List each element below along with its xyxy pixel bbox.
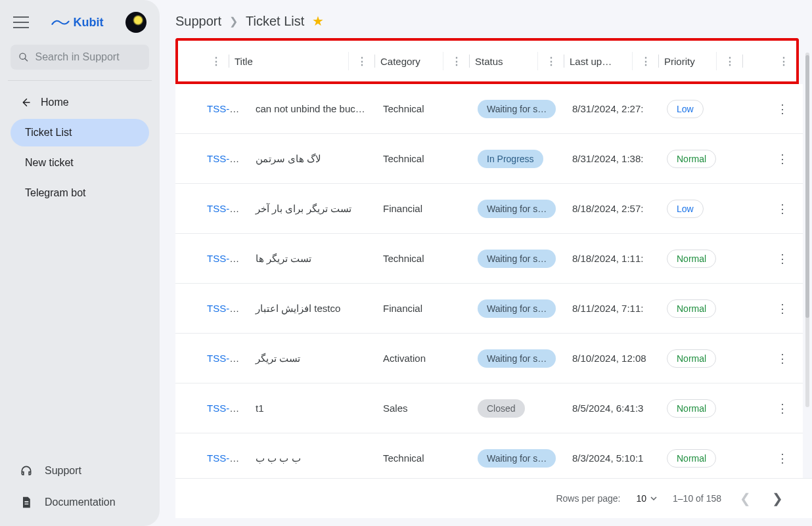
column-menu-icon[interactable]: ⋮ [776,55,791,68]
wave-icon [51,16,70,28]
nav-label: New ticket [25,157,74,169]
table-row[interactable]: TSS-941تست تریگرActivationWaiting for s…… [175,334,803,384]
status-badge: Waiting for s… [478,250,556,268]
ticket-id[interactable]: TSS-939 [207,403,246,414]
rows-per-page-label: Rows per page: [556,493,620,504]
row-menu-icon[interactable]: ⋮ [777,252,788,265]
ticket-id[interactable]: TSS-940 [207,452,246,464]
column-menu-icon[interactable]: ⋮ [449,55,464,68]
column-menu-icon[interactable]: ⋮ [722,55,737,68]
ticket-updated: 8/18/2024, 2:57: [566,203,660,214]
table-row[interactable]: TSS-945تست تریگر برای بار آخرFinancialWa… [175,184,803,234]
ticket-updated: 8/11/2024, 7:11: [566,303,660,314]
col-actions[interactable]: ⋮ ⋮ [717,52,796,70]
next-page-button[interactable]: ❯ [769,488,786,509]
sidebar-item-telegram-bot[interactable]: Telegram bot [11,179,149,207]
chevron-right-icon: ❯ [229,15,238,28]
document-icon [20,496,33,509]
col-label: Last up… [570,56,612,67]
row-menu-icon[interactable]: ⋮ [777,452,788,465]
row-menu-icon[interactable]: ⋮ [777,202,788,215]
menu-toggle-button[interactable] [13,16,29,28]
priority-badge: Normal [667,349,716,368]
row-menu-icon[interactable]: ⋮ [777,302,788,315]
ticket-updated: 8/18/2024, 1:11: [566,253,660,264]
footer-item-documentation[interactable]: Documentation [8,487,152,518]
ticket-id[interactable]: TSS-942 [207,303,246,314]
col-updated[interactable]: ⋮ Last up… [538,52,633,70]
search-icon [18,51,29,63]
ticket-category: Financial [376,203,471,214]
table-header-highlight: ⋮ Title ⋮ Category ⋮ Status ⋮ Last up… ⋮… [175,38,799,84]
priority-badge: Normal [667,399,716,418]
ticket-category: Activation [376,353,471,364]
avatar[interactable] [125,12,147,33]
sidebar-item-ticket-list[interactable]: Ticket List [11,119,149,146]
status-badge: Waiting for s… [478,200,556,218]
col-priority[interactable]: ⋮ Priority [633,52,717,70]
sidebar-item-home[interactable]: Home [11,89,149,116]
row-menu-icon[interactable]: ⋮ [777,402,788,415]
table-row[interactable]: TSS-946can not unbind the bucke…Technica… [175,84,803,134]
breadcrumb-page: Ticket List [246,14,304,29]
rows-per-page-select[interactable]: 10 [636,493,657,504]
ticket-title: افزایش اعتبار testco [249,303,376,315]
svg-line-1 [25,58,28,61]
priority-badge: Low [667,200,704,218]
row-menu-icon[interactable]: ⋮ [777,152,788,165]
sidebar-item-new-ticket[interactable]: New ticket [11,149,149,177]
col-label: Category [380,56,420,67]
page-size-value: 10 [636,493,646,504]
ticket-id[interactable]: TSS-945 [207,203,246,214]
priority-badge: Normal [667,449,716,468]
search-box[interactable] [11,45,149,70]
main-content: Support ❯ Ticket List ★ ⋮ Title ⋮ Catego… [160,0,812,526]
table-row[interactable]: TSS-944لاگ های سرتمنTechnicalIn Progress… [175,134,803,184]
col-label: Status [475,56,503,67]
ticket-id[interactable]: TSS-941 [207,353,246,364]
status-badge: Waiting for s… [478,449,556,468]
table-body: TSS-946can not unbind the bucke…Technica… [175,84,803,483]
column-menu-icon[interactable]: ⋮ [638,55,653,68]
col-status[interactable]: ⋮ Status [443,52,538,70]
breadcrumb-root[interactable]: Support [175,14,221,29]
nav-label: Home [41,97,69,108]
ticket-updated: 8/31/2024, 1:38: [566,153,660,164]
nav-label: Ticket List [25,127,72,139]
ticket-id[interactable]: TSS-946 [207,103,246,114]
star-icon[interactable]: ★ [312,13,324,29]
search-input[interactable] [35,51,141,63]
ticket-title: t1 [249,403,376,414]
vertical-scrollbar[interactable] [805,53,809,407]
col-title[interactable]: ⋮ Title [203,52,349,70]
pagination: Rows per page: 10 1–10 of 158 ❮ ❯ [175,478,812,518]
table-row[interactable]: TSS-943تست تریگر هاTechnicalWaiting for … [175,234,803,284]
table-row[interactable]: TSS-939t1SalesClosed8/5/2024, 6:41:3Norm… [175,384,803,433]
nav-label: Telegram bot [25,187,86,199]
column-menu-icon[interactable]: ⋮ [354,55,369,68]
footer-item-support[interactable]: Support [8,455,152,487]
pagination-range: 1–10 of 158 [673,493,721,504]
ticket-category: Technical [376,253,471,264]
ticket-title: لاگ های سرتمن [249,153,376,165]
ticket-title: تست تریگر [249,353,376,364]
table-row[interactable]: TSS-940ب ب ب بTechnicalWaiting for s…8/3… [175,433,803,483]
row-menu-icon[interactable]: ⋮ [777,102,788,116]
column-menu-icon[interactable]: ⋮ [543,55,558,68]
ticket-title: ب ب ب ب [249,452,376,464]
priority-badge: Normal [667,250,716,268]
row-menu-icon[interactable]: ⋮ [777,352,788,365]
priority-badge: Normal [667,299,716,318]
status-badge: Closed [478,399,525,418]
column-menu-icon[interactable]: ⋮ [208,55,223,68]
brand-logo[interactable]: Kubit [51,16,104,30]
table-row[interactable]: TSS-942افزایش اعتبار testcoFinancialWait… [175,284,803,334]
ticket-title: تست تریگر ها [249,253,376,265]
col-category[interactable]: ⋮ Category [349,52,443,70]
ticket-updated: 8/31/2024, 2:27: [566,103,660,114]
ticket-id[interactable]: TSS-944 [207,153,246,164]
prev-page-button[interactable]: ❮ [737,488,754,509]
brand-name: Kubit [74,16,104,30]
ticket-id[interactable]: TSS-943 [207,253,246,264]
ticket-category: Financial [376,303,471,314]
